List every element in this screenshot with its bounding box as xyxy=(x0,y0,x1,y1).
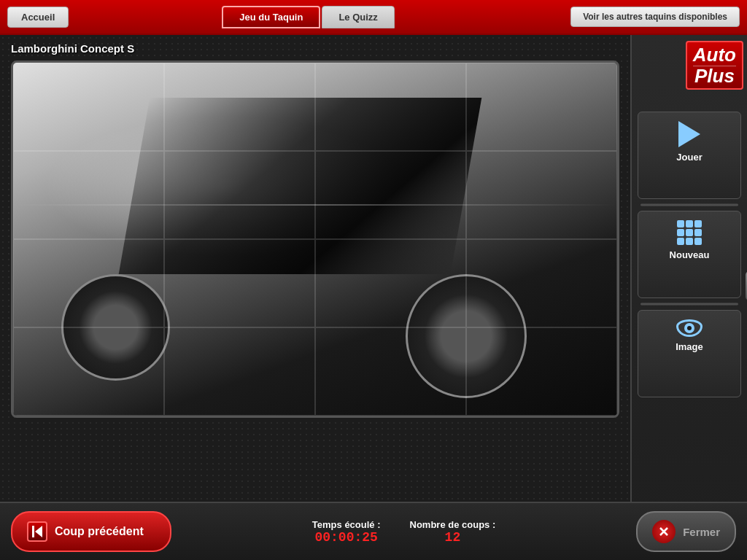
right-sidebar: Auto Plus Jouer xyxy=(630,35,747,560)
grid-dot xyxy=(686,220,693,228)
car-title: Lamborghini Concept S xyxy=(11,42,619,55)
eye-inner xyxy=(687,326,692,330)
left-panel: Lamborghini Concept S xyxy=(0,35,630,560)
grid-dot xyxy=(694,229,702,236)
main-content: Lamborghini Concept S xyxy=(0,35,747,560)
puzzle-piece[interactable] xyxy=(466,63,617,151)
svg-marker-1 xyxy=(35,526,42,537)
puzzle-piece[interactable] xyxy=(164,63,315,151)
grid-dot xyxy=(694,238,702,245)
stats-group: Temps écoulé : 00:00:25 Nombre de coups … xyxy=(182,519,625,545)
coup-precedent-icon xyxy=(27,521,47,542)
voir-taquins-button[interactable]: Voir les autres taquins disponibles xyxy=(570,7,740,27)
puzzle-piece[interactable] xyxy=(164,239,315,327)
grid-dot xyxy=(677,229,684,236)
puzzle-piece[interactable] xyxy=(315,63,466,151)
puzzle-piece[interactable] xyxy=(13,151,164,239)
image-button[interactable]: Image xyxy=(638,310,741,397)
puzzle-piece[interactable] xyxy=(315,327,466,416)
temps-label: Temps écoulé : xyxy=(312,519,381,530)
nouveau-button[interactable]: Nouveau xyxy=(638,211,741,298)
puzzle-grid xyxy=(13,63,617,416)
puzzle-piece[interactable] xyxy=(466,151,617,239)
puzzle-piece[interactable] xyxy=(164,151,315,239)
tab-jeu-du-taquin[interactable]: Jeu du Taquin xyxy=(222,6,320,28)
puzzle-piece[interactable] xyxy=(315,239,466,327)
puzzle-piece[interactable] xyxy=(315,151,466,239)
svg-rect-0 xyxy=(32,526,34,537)
jouer-label: Jouer xyxy=(676,152,702,163)
grid-dot xyxy=(686,229,693,236)
puzzle-piece[interactable] xyxy=(164,327,315,416)
image-label: Image xyxy=(676,341,703,352)
temps-ecoule-stat: Temps écoulé : 00:00:25 xyxy=(312,519,381,545)
sidebar-divider-1 xyxy=(640,203,738,206)
grid-dot xyxy=(677,220,684,228)
fermer-icon xyxy=(652,520,676,543)
puzzle-piece[interactable] xyxy=(13,327,164,416)
play-icon xyxy=(678,121,700,147)
sidebar-divider-2 xyxy=(640,303,738,306)
grid-icon xyxy=(677,220,702,245)
close-icon xyxy=(659,526,669,537)
car-image-wrapper xyxy=(11,61,619,418)
fermer-label: Fermer xyxy=(683,526,720,538)
puzzle-piece[interactable] xyxy=(13,239,164,327)
logo-auto-text: Auto xyxy=(693,45,736,64)
temps-value: 00:00:25 xyxy=(314,530,377,545)
nombre-coups-stat: Nombre de coups : 12 xyxy=(410,519,496,545)
skip-back-icon xyxy=(32,526,42,537)
puzzle-piece[interactable] xyxy=(466,239,617,327)
sidebar-buttons: Jouer Nouveau xyxy=(632,112,747,553)
bottom-bar: Coup précédent Temps écoulé : 00:00:25 N… xyxy=(0,502,747,560)
eye-icon xyxy=(676,319,703,337)
coup-precedent-label: Coup précédent xyxy=(55,525,144,538)
coup-precedent-button[interactable]: Coup précédent xyxy=(11,511,171,552)
puzzle-piece[interactable] xyxy=(13,63,164,151)
grid-dot xyxy=(677,238,684,245)
nouveau-label: Nouveau xyxy=(670,249,710,260)
autoplus-logo: Auto Plus xyxy=(686,41,743,90)
coups-value: 12 xyxy=(445,530,461,545)
puzzle-piece[interactable] xyxy=(466,327,617,416)
accueil-button[interactable]: Accueil xyxy=(7,7,69,28)
logo-plus-text: Plus xyxy=(693,66,736,85)
grid-dot xyxy=(686,238,693,245)
top-bar: Accueil Jeu du Taquin Le Quizz Voir les … xyxy=(0,0,747,35)
tab-group: Jeu du Taquin Le Quizz xyxy=(222,6,395,28)
tab-le-quizz[interactable]: Le Quizz xyxy=(322,6,394,28)
jouer-button[interactable]: Jouer xyxy=(638,112,741,199)
fermer-button[interactable]: Fermer xyxy=(636,511,736,552)
grid-dot xyxy=(694,220,702,228)
coups-label: Nombre de coups : xyxy=(410,519,496,530)
